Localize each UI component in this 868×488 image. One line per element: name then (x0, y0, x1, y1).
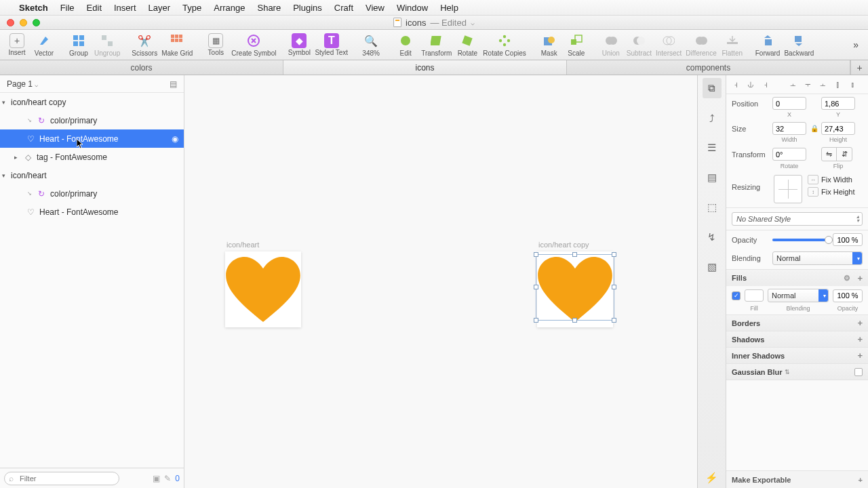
tool-makegrid[interactable]: Make Grid (161, 33, 193, 57)
strip-path-icon[interactable]: ↯ (703, 227, 722, 247)
tool-subtract[interactable]: Subtract (627, 33, 652, 57)
disclosure-triangle-icon[interactable]: ▾ (0, 172, 7, 179)
resize-handle[interactable] (572, 252, 577, 257)
tool-styled-text[interactable]: TStyled Text (315, 33, 348, 56)
tool-scissors[interactable]: ✂️Scissors (132, 33, 157, 57)
strip-select-icon[interactable]: ⬚ (703, 197, 722, 218)
fill-color-swatch[interactable] (745, 289, 764, 302)
menu-file[interactable]: File (60, 3, 75, 13)
tool-scale[interactable]: Scale (565, 33, 588, 57)
strip-image-icon[interactable]: ▧ (703, 257, 722, 277)
window-title[interactable]: icons — Edited ⌵ (393, 18, 475, 28)
layer-shape[interactable]: ▸◇tag - FontAwesome (0, 148, 184, 166)
tool-ungroup[interactable]: Ungroup (94, 33, 120, 57)
strip-stack-icon[interactable]: ☰ (703, 138, 722, 158)
borders-add-button[interactable]: + (857, 318, 863, 328)
page-selector[interactable]: Page 1⌵ ▤ (0, 75, 184, 93)
tool-rotate-copies[interactable]: Rotate Copies (483, 33, 526, 57)
tool-difference[interactable]: Difference (686, 33, 716, 57)
opacity-input[interactable] (833, 233, 863, 246)
tool-flatten[interactable]: Flatten (721, 33, 744, 57)
align-top-icon[interactable]: ⫠ (787, 79, 798, 90)
menu-insert[interactable]: Insert (114, 3, 136, 13)
blur-dropdown-icon[interactable]: ⇅ (785, 369, 790, 375)
artboard[interactable] (225, 251, 301, 327)
tool-rotate[interactable]: Rotate (456, 33, 479, 57)
layer-symbol[interactable]: ↘↻color/primary (0, 111, 184, 129)
tool-create-symbol[interactable]: Create Symbol (231, 33, 276, 57)
resize-handle[interactable] (612, 318, 616, 323)
tool-group[interactable]: Group (67, 33, 90, 57)
add-tab-button[interactable]: + (850, 60, 868, 75)
minimize-window-button[interactable] (20, 19, 27, 26)
tool-backward[interactable]: Backward (784, 33, 814, 57)
shadows-add-button[interactable]: + (857, 334, 863, 344)
tool-symbol[interactable]: ◆Symbol (288, 33, 311, 56)
position-x-input[interactable] (772, 97, 806, 110)
menu-window[interactable]: Window (397, 3, 428, 13)
tab-components[interactable]: components (567, 60, 850, 75)
blending-select[interactable]: Normal▾ (772, 251, 863, 265)
tool-edit[interactable]: Edit (394, 33, 417, 57)
distribute-h-icon[interactable]: ⫿ (832, 79, 843, 90)
menu-plugins[interactable]: Plugins (293, 3, 322, 13)
layer-symbol[interactable]: ↘↻color/primary (0, 184, 184, 203)
menu-type[interactable]: Type (182, 3, 201, 13)
fix-height-icon[interactable]: ↕ (808, 187, 818, 197)
tab-colors[interactable]: colors (0, 60, 283, 75)
resize-handle[interactable] (572, 318, 577, 323)
menu-app[interactable]: Sketch (19, 3, 48, 13)
tool-insert[interactable]: +Insert (5, 33, 28, 56)
resize-handle[interactable] (534, 285, 538, 289)
shared-style-dropdown[interactable]: No Shared Style▴▾ (732, 212, 863, 226)
align-left-icon[interactable]: ⫞ (730, 79, 741, 90)
zoom-window-button[interactable] (33, 19, 40, 26)
fills-add-button[interactable]: + (857, 273, 863, 283)
tool-union[interactable]: Union (599, 33, 623, 57)
lock-aspect-icon[interactable]: 🔒 (810, 125, 817, 132)
tool-forward[interactable]: Forward (755, 33, 781, 57)
layer-artboard[interactable]: ▾icon/heart copy (0, 93, 184, 111)
height-input[interactable] (821, 122, 855, 135)
tab-icons[interactable]: icons (283, 60, 567, 75)
visibility-eye-icon[interactable]: ◉ (172, 134, 178, 144)
fills-gear-icon[interactable]: ⚙ (844, 274, 850, 283)
layer-shape-selected[interactable]: ♡Heart - FontAwesome◉ (0, 129, 184, 148)
menu-share[interactable]: Share (257, 3, 281, 13)
artboard-label[interactable]: icon/heart (226, 241, 259, 249)
layer-artboard[interactable]: ▾icon/heart (0, 166, 184, 184)
menu-help[interactable]: Help (440, 3, 458, 13)
align-bottom-icon[interactable]: ⫠ (817, 79, 828, 90)
resize-handle[interactable] (534, 252, 538, 257)
layer-filter-input[interactable] (4, 472, 119, 485)
menu-layer[interactable]: Layer (149, 3, 171, 13)
tool-zoom[interactable]: 🔍348% (359, 33, 382, 57)
width-input[interactable] (772, 122, 806, 135)
menu-edit[interactable]: Edit (87, 3, 102, 13)
make-exportable-row[interactable]: Make Exportable+ (726, 470, 868, 488)
align-center-h-icon[interactable]: ⫝ (745, 79, 756, 90)
rotate-input[interactable] (772, 148, 806, 161)
tool-tools[interactable]: ▦Tools (204, 33, 227, 56)
tool-transform[interactable]: Transform (421, 33, 452, 57)
inner-shadows-add-button[interactable]: + (857, 350, 863, 361)
menu-arrange[interactable]: Arrange (214, 3, 245, 13)
align-right-icon[interactable]: ⫞ (760, 79, 771, 90)
menu-view[interactable]: View (366, 3, 384, 13)
strip-bolt-icon[interactable]: ⚡ (703, 468, 722, 488)
artboard-label[interactable]: icon/heart copy (538, 241, 589, 249)
align-center-v-icon[interactable]: ⫟ (802, 79, 813, 90)
fill-opacity-input[interactable] (833, 289, 863, 302)
strip-align-icon[interactable]: ▤ (703, 167, 722, 188)
disclosure-triangle-icon[interactable]: ▸ (12, 154, 19, 161)
tool-vector[interactable]: Vector (33, 33, 56, 57)
resize-handle[interactable] (534, 318, 538, 323)
toolbar-overflow-icon[interactable]: » (849, 39, 863, 50)
layer-shape[interactable]: ♡Heart - FontAwesome (0, 203, 184, 221)
export-add-button[interactable]: + (859, 476, 863, 484)
fix-width-icon[interactable]: ↔ (808, 175, 818, 184)
tool-mask[interactable]: Mask (538, 33, 561, 57)
close-window-button[interactable] (7, 19, 14, 26)
tool-intersect[interactable]: Intersect (656, 33, 682, 57)
fill-blending-select[interactable]: Normal▾ (768, 289, 829, 302)
